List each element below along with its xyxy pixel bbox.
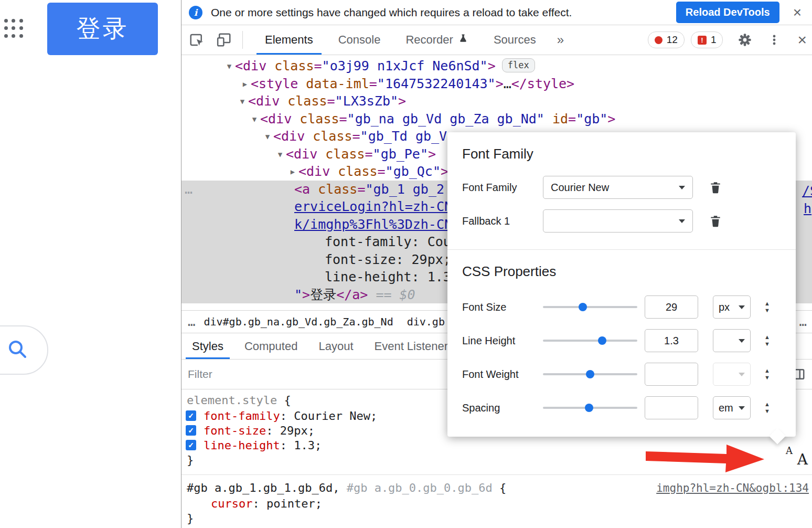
select-value: Courier New xyxy=(551,182,609,194)
inspect-element-icon[interactable] xyxy=(189,32,205,48)
stepper-down-icon[interactable]: ▼ xyxy=(764,308,770,313)
expand-arrow-icon[interactable]: ▶ xyxy=(239,76,251,93)
code-token: $0 xyxy=(400,287,415,302)
font-weight-row: Font Weight▲▼ xyxy=(447,357,796,391)
breadcrumb-overflow-dots[interactable]: … xyxy=(188,314,195,329)
line-height-stepper[interactable]: ▲▼ xyxy=(764,335,770,346)
expand-arrow-icon[interactable]: ▼ xyxy=(262,128,273,146)
code-token: font-size: 29px; xyxy=(325,252,451,267)
tab-console[interactable]: Console xyxy=(326,25,393,55)
code-token: <div xyxy=(298,164,338,179)
tree-node[interactable]: ▼<div class="LX3sZb"> xyxy=(181,92,812,110)
more-tabs-button[interactable]: » xyxy=(549,33,572,47)
delete-icon[interactable] xyxy=(709,180,722,195)
console-errors-badge[interactable]: 12 xyxy=(648,31,685,48)
property-semicolon: ; xyxy=(315,439,322,452)
devtools-close-icon[interactable]: × xyxy=(797,32,807,48)
property-checkbox[interactable]: ✓ xyxy=(186,440,196,450)
slider-thumb[interactable] xyxy=(579,303,587,311)
code-token: "LX3sZb" xyxy=(335,93,398,109)
code-token: > xyxy=(302,287,310,302)
search-icon[interactable] xyxy=(7,339,28,360)
code-token: <style xyxy=(251,76,306,91)
tab-layout[interactable]: Layout xyxy=(308,333,364,359)
spacing-input[interactable] xyxy=(645,396,698,419)
code-token: "1647532240143" xyxy=(377,76,496,91)
stepper-up-icon[interactable]: ▲ xyxy=(764,402,770,407)
breadcrumb-item[interactable]: div.gb xyxy=(407,315,445,328)
stepper-down-icon[interactable]: ▼ xyxy=(764,342,770,346)
code-token xyxy=(544,111,552,126)
tree-node[interactable]: ▶<style data-iml="1647532240143">…</styl… xyxy=(181,75,812,93)
font-weight-unit-select[interactable] xyxy=(713,363,751,386)
stepper-up-icon[interactable]: ▲ xyxy=(764,368,770,373)
code-token: flex xyxy=(502,58,535,72)
font-size-input[interactable] xyxy=(645,295,698,319)
tab-recorder[interactable]: Recorder xyxy=(393,25,480,55)
reload-devtools-button[interactable]: Reload DevTools xyxy=(676,2,779,23)
expand-arrow-icon[interactable]: ▼ xyxy=(274,146,286,164)
settings-gear-icon[interactable] xyxy=(738,33,752,47)
code-token: data-iml xyxy=(306,76,369,91)
expand-arrow-icon[interactable]: ▼ xyxy=(223,58,235,76)
line-height-input[interactable] xyxy=(645,329,698,352)
css-rule-selector[interactable]: #gb a.gb_1.gb_1.gb_6d, #gb a.gb_0.gb_0.g… xyxy=(181,480,812,496)
code-token: </a> xyxy=(336,287,368,302)
slider-thumb[interactable] xyxy=(598,336,606,345)
device-toolbar-icon[interactable] xyxy=(216,32,232,48)
apps-grid-icon[interactable] xyxy=(4,19,24,38)
tab-label: Sources xyxy=(494,33,536,47)
font-weight-label: Font Weight xyxy=(462,368,543,381)
css-property[interactable]: ✓line-height: 1.3; xyxy=(181,438,812,452)
link-remnant[interactable]: /S xyxy=(802,183,812,198)
font-weight-input[interactable] xyxy=(645,363,698,386)
tab-computed[interactable]: Computed xyxy=(234,333,308,359)
info-icon: i xyxy=(189,6,202,19)
font-size-stepper[interactable]: ▲▼ xyxy=(764,301,770,313)
slider-thumb[interactable] xyxy=(585,404,593,412)
tab-label: Elements xyxy=(265,33,313,47)
link-remnant[interactable]: h xyxy=(804,201,811,216)
css-rule-source-link[interactable]: imghp?hl=zh-CN&ogbl:134 xyxy=(656,480,809,496)
tree-node[interactable]: ▼<div class="gb_na gb_Vd gb_Za gb_Nd" id… xyxy=(181,110,812,128)
spacing-unit-select[interactable]: em xyxy=(713,396,751,419)
font-size-slider[interactable] xyxy=(543,303,637,311)
spacing-slider[interactable] xyxy=(543,404,637,412)
line-height-unit-select[interactable] xyxy=(713,329,751,352)
expand-arrow-icon[interactable]: ▶ xyxy=(287,163,298,181)
property-checkbox[interactable]: ✓ xyxy=(186,425,196,436)
expand-arrow-icon[interactable]: ▼ xyxy=(249,111,260,129)
breadcrumb-trailing-dots[interactable]: … xyxy=(799,314,807,329)
spacing-stepper[interactable]: ▲▼ xyxy=(764,402,770,414)
infobar-close-icon[interactable]: × xyxy=(793,5,802,20)
property-checkbox[interactable]: ✓ xyxy=(186,410,196,421)
tab-elements[interactable]: Elements xyxy=(252,25,326,55)
font-family-select[interactable]: Courier New xyxy=(543,176,693,199)
stepper-up-icon[interactable]: ▲ xyxy=(764,335,770,340)
issues-badge[interactable]: ! 1 xyxy=(691,31,723,48)
font-editor-button[interactable]: A A xyxy=(785,445,810,469)
tab-sources[interactable]: Sources xyxy=(481,25,549,55)
css-properties-section-title: CSS Properties xyxy=(462,263,796,280)
fallback-1-select[interactable] xyxy=(543,209,693,233)
tree-node[interactable]: ▼<div class="o3j99 n1xJcf Ne6nSd">flex xyxy=(181,57,812,75)
line-height-label: Line Height xyxy=(462,335,543,347)
font-size-unit-select[interactable]: px xyxy=(713,295,751,319)
line-height-slider[interactable] xyxy=(543,336,637,345)
expand-arrow-icon[interactable]: ▼ xyxy=(237,93,248,111)
font-weight-stepper[interactable]: ▲▼ xyxy=(764,368,770,380)
tab-styles[interactable]: Styles xyxy=(181,333,234,359)
stepper-down-icon[interactable]: ▼ xyxy=(764,375,770,380)
slider-thumb[interactable] xyxy=(586,370,594,378)
stepper-down-icon[interactable]: ▼ xyxy=(764,409,770,414)
stepper-up-icon[interactable]: ▲ xyxy=(764,301,770,306)
code-token: "o3j99 n1xJcf Ne6nSd" xyxy=(322,58,488,73)
login-button[interactable]: 登录 xyxy=(47,3,158,55)
font-family-section-title: Font Family xyxy=(462,146,796,162)
font-size-row: Font Sizepx▲▼ xyxy=(447,290,796,324)
breadcrumb-item[interactable]: div#gb.gb_na.gb_Vd.gb_Za.gb_Nd xyxy=(204,315,393,328)
font-weight-slider[interactable] xyxy=(543,370,637,378)
delete-icon[interactable] xyxy=(709,214,722,228)
css-property[interactable]: cursor: pointer; xyxy=(181,496,812,511)
kebab-menu-icon[interactable] xyxy=(768,34,781,46)
